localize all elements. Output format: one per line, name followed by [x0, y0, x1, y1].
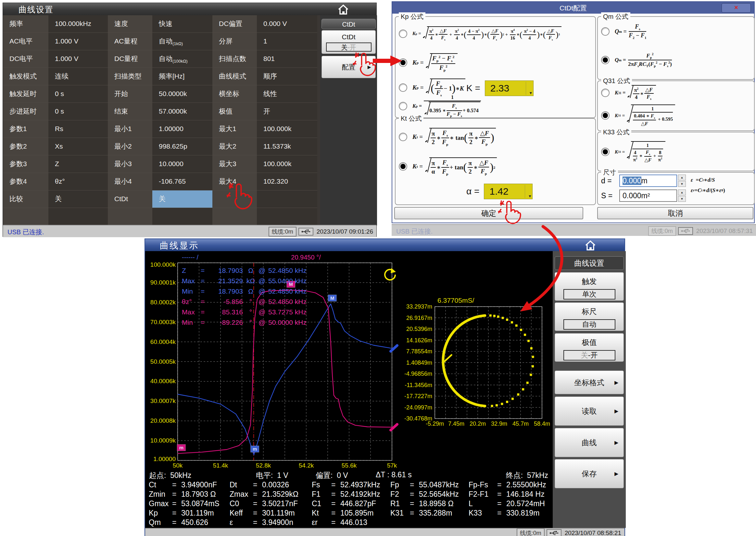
settings-value-cell[interactable]: 1.000 V — [49, 33, 108, 50]
settings-value-cell[interactable]: 自动(1kΩ) — [152, 33, 212, 50]
radio-button[interactable] — [601, 88, 610, 97]
settings-value-cell[interactable]: 102.320 — [257, 173, 317, 190]
settings-value-cell[interactable]: 开 — [257, 103, 317, 120]
settings-value-cell[interactable]: 100.000kHz — [49, 15, 108, 32]
result-cell: ε=3.94900n — [230, 518, 293, 527]
settings-label-cell — [212, 190, 257, 208]
usb-icon — [299, 228, 313, 236]
settings-label-cell: 速度 — [108, 15, 152, 32]
d-input[interactable]: 0.000m — [619, 175, 677, 187]
result-cell: Keff=301.119m — [230, 509, 295, 518]
display-statusbar: 线缆:0m 2023/10/07 08:58:21 — [145, 528, 625, 536]
settings-label-cell: 参数2 — [3, 138, 49, 155]
circle-y-tick-label: -24.0997m — [404, 404, 432, 411]
radio-button[interactable] — [399, 133, 407, 141]
settings-value-cell — [257, 190, 317, 208]
formula-text: Kp = (FpFs − 1) ∗ K — [413, 79, 466, 97]
close-icon[interactable]: × — [722, 3, 751, 13]
menu-button-2[interactable]: 标尺自动 — [555, 302, 624, 331]
settings-value-cell[interactable]: 801 — [257, 50, 317, 67]
settings-label-cell: 分屏 — [212, 33, 257, 50]
s-spinner[interactable]: ▲▼ — [678, 189, 686, 202]
s-input[interactable]: 0.000m² — [619, 189, 677, 202]
ctdt-toggle-button[interactable]: CtDt 关-开 — [321, 30, 376, 54]
settings-value-cell[interactable]: 1 — [257, 33, 317, 50]
ctdt-menu-header: CtDt — [321, 19, 376, 29]
x-tick-label: 52.8k — [256, 462, 271, 469]
radio-button-selected[interactable] — [399, 162, 407, 171]
y-tick-label: 30.0007k — [146, 397, 176, 405]
radio-button-selected[interactable] — [601, 111, 610, 120]
admittance-circle-dot — [515, 324, 518, 327]
menu-button-1[interactable]: 触发单次 — [555, 272, 624, 301]
admittance-circle-dot — [506, 318, 508, 321]
settings-value-cell[interactable]: -106.765 — [152, 173, 212, 190]
settings-value-cell[interactable]: Z — [49, 155, 108, 173]
result-cell: F2=52.5654kHz — [390, 490, 459, 499]
settings-value-cell[interactable]: 0 s — [49, 103, 108, 120]
settings-value-cell[interactable]: 顺序 — [257, 68, 317, 85]
settings-value-cell — [152, 208, 212, 225]
settings-value-cell[interactable]: 0.000 V — [257, 15, 317, 32]
radio-button-selected[interactable] — [601, 56, 610, 64]
alpha-value-dropdown[interactable]: 1.42 — [484, 184, 533, 199]
ctdt-config-button[interactable]: 配置 ► — [321, 56, 376, 78]
admittance-circle-dot — [517, 393, 519, 395]
dimensions-group: 尺寸 d = 0.000m ▲▼ S = 0.000m² ▲▼ ε = Ct ∗… — [597, 172, 755, 205]
circle-y-tick-label: 14.1626m — [404, 337, 432, 344]
admittance-circle-dot — [532, 355, 534, 358]
menu-button-6[interactable]: 曲线► — [555, 428, 624, 457]
k-value-dropdown[interactable]: 2.33 — [485, 81, 533, 96]
menu-button-3[interactable]: 极值关-开 — [555, 333, 624, 362]
menu-button-4[interactable]: 坐标格式► — [555, 371, 624, 394]
home-icon[interactable] — [584, 240, 596, 251]
radio-button[interactable] — [399, 102, 407, 110]
settings-value-cell[interactable]: 频率[Hz] — [152, 68, 212, 85]
settings-value-cell[interactable]: 0 s — [49, 85, 108, 103]
ctdt-toggle-label: CtDt — [322, 33, 376, 41]
settings-value-cell[interactable]: 100.000k — [257, 120, 317, 138]
settings-label-cell: 触发模式 — [3, 68, 49, 85]
settings-value-cell[interactable]: 连续 — [49, 68, 108, 85]
settings-value-cell[interactable]: 线性 — [257, 85, 317, 103]
settings-value-cell[interactable]: 998.625p — [152, 138, 212, 155]
settings-value-cell[interactable]: Xs — [49, 138, 108, 155]
circle-y-tick-label: 26.9167m — [404, 315, 432, 321]
formula-option: K31 = 10.404 ∗ Fs△F + 0.595 — [601, 102, 752, 129]
repeat-sweep-icon[interactable] — [381, 267, 398, 283]
settings-value-cell[interactable]: Rs — [49, 120, 108, 138]
settings-value-cell[interactable]: 关 — [152, 190, 212, 208]
settings-value-cell[interactable]: 10.0000 — [152, 155, 212, 173]
circle-plot-scale-title: 6.37705mS/ — [437, 297, 474, 304]
settings-value-cell[interactable]: 100.000k — [257, 155, 317, 173]
toggle-off-text: 关 — [581, 351, 588, 359]
menu-button-7[interactable]: 保存► — [555, 459, 624, 488]
settings-value-cell[interactable]: 50.0000k — [152, 85, 212, 103]
radio-button[interactable] — [399, 84, 407, 92]
settings-value-cell[interactable]: 1.00000 — [152, 120, 212, 138]
settings-value-cell[interactable]: 快速 — [152, 15, 212, 32]
radio-button[interactable] — [601, 27, 610, 36]
ok-button[interactable]: 确定 — [394, 207, 583, 219]
q31-formula-group: Q31 公式 K31 = π24 ∗ △FFsK31 = 10.404 ∗ Fs… — [597, 81, 755, 131]
menu-button-5[interactable]: 读取► — [555, 396, 624, 426]
cancel-button[interactable]: 取消 — [597, 207, 753, 219]
settings-value-cell[interactable]: 1.000 V — [49, 50, 108, 67]
settings-value-cell[interactable]: 11.5373k — [257, 138, 317, 155]
settings-label-cell: 最小3 — [108, 155, 152, 173]
d-spinner[interactable]: ▲▼ — [678, 175, 686, 187]
group-legend: K33 公式 — [601, 128, 631, 137]
group-legend: Qm 公式 — [601, 12, 630, 21]
settings-value-cell[interactable]: θz° — [49, 173, 108, 190]
settings-row: 参数1Rs最小11.00000最大1100.000k — [3, 120, 317, 138]
menu-header-curve-settings[interactable]: 曲线设置 — [555, 256, 624, 270]
admittance-circle-dot — [512, 398, 514, 400]
blue-scale-note: ------ / — [182, 254, 198, 261]
radio-button-selected[interactable] — [399, 58, 407, 67]
settings-value-cell[interactable]: 关 — [49, 190, 108, 208]
home-icon[interactable] — [337, 4, 349, 15]
radio-button[interactable] — [399, 29, 407, 38]
settings-value-cell[interactable]: 自动(100kΩ) — [152, 50, 212, 67]
settings-value-cell[interactable]: 57.0000k — [152, 103, 212, 120]
radio-button-selected[interactable] — [601, 148, 610, 156]
